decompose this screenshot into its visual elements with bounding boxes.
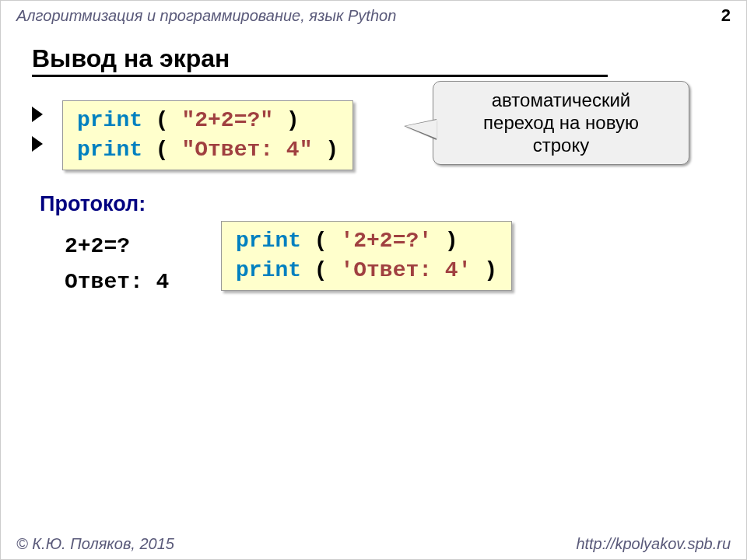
code-box-1: print ( "2+2=?" ) print ( "Ответ: 4" ) bbox=[62, 100, 353, 170]
footer-copyright: © К.Ю. Поляков, 2015 bbox=[16, 535, 174, 553]
keyword: print bbox=[236, 229, 301, 253]
callout-line: переход на новую bbox=[449, 112, 673, 135]
header: Алгоритмизация и программирование, язык … bbox=[1, 1, 746, 29]
paren: ( bbox=[301, 229, 340, 253]
keyword: print bbox=[236, 258, 301, 282]
callout-tail bbox=[405, 120, 437, 138]
footer: © К.Ю. Поляков, 2015 http://kpolyakov.sp… bbox=[16, 535, 731, 553]
content-area: print ( "2+2=?" ) print ( "Ответ: 4" ) а… bbox=[1, 77, 746, 300]
paren: ) bbox=[471, 258, 497, 282]
callout-line: автоматический bbox=[449, 89, 673, 112]
bullets bbox=[32, 100, 43, 163]
keyword: print bbox=[77, 108, 142, 132]
bullet-icon bbox=[32, 107, 43, 122]
string-literal: 'Ответ: 4' bbox=[340, 258, 471, 282]
keyword: print bbox=[77, 138, 142, 162]
code-line: print ( 'Ответ: 4' ) bbox=[236, 256, 497, 285]
string-literal: "Ответ: 4" bbox=[181, 138, 312, 162]
string-literal: '2+2=?' bbox=[340, 229, 432, 253]
code-line: print ( '2+2=?' ) bbox=[236, 226, 497, 256]
paren: ( bbox=[142, 108, 181, 132]
paren: ( bbox=[142, 138, 181, 162]
paren: ) bbox=[312, 138, 338, 162]
callout-line: строку bbox=[449, 135, 673, 157]
footer-url: http://kpolyakov.spb.ru bbox=[576, 535, 731, 553]
slide-title: Вывод на экран bbox=[1, 29, 746, 75]
header-title: Алгоритмизация и программирование, язык … bbox=[16, 7, 396, 25]
code-box-2: print ( '2+2=?' ) print ( 'Ответ: 4' ) bbox=[221, 221, 512, 291]
bullet-icon bbox=[32, 136, 43, 152]
page-number: 2 bbox=[721, 5, 731, 26]
paren: ( bbox=[301, 258, 340, 282]
code-line: print ( "2+2=?" ) bbox=[77, 106, 338, 135]
string-literal: "2+2=?" bbox=[181, 108, 273, 132]
protocol-label: Протокол: bbox=[40, 192, 715, 216]
code-line: print ( "Ответ: 4" ) bbox=[77, 135, 338, 165]
callout: автоматический переход на новую строку bbox=[433, 81, 689, 165]
paren: ) bbox=[432, 229, 458, 253]
paren: ) bbox=[273, 108, 300, 132]
